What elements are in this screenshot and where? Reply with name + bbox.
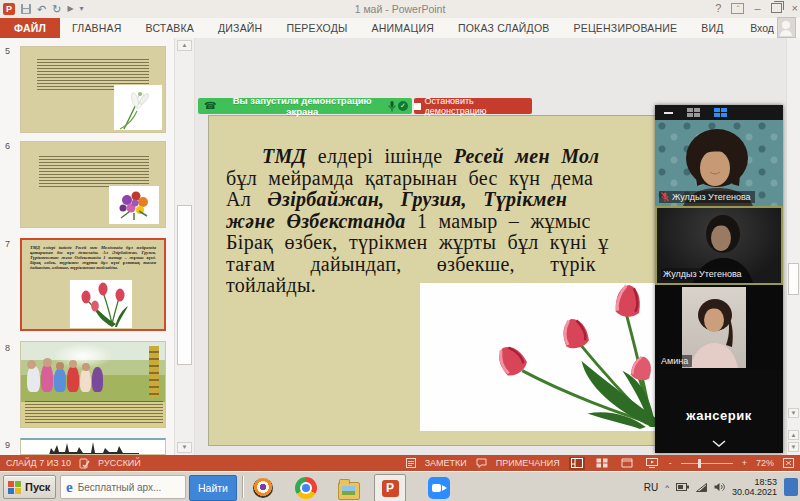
slide-thumbnail-6[interactable] bbox=[20, 141, 166, 228]
scroll-down-icon[interactable]: ▼ bbox=[788, 408, 799, 418]
chevron-down-icon[interactable] bbox=[712, 440, 726, 447]
slide-thumbnail-5[interactable] bbox=[20, 46, 166, 133]
sign-in-link[interactable]: Вход bbox=[750, 22, 774, 34]
thumbnail-image bbox=[109, 186, 159, 224]
windows-logo-icon bbox=[8, 481, 21, 494]
help-icon[interactable]: ? bbox=[715, 2, 721, 14]
find-button[interactable]: Найти bbox=[189, 475, 237, 501]
normal-view-icon[interactable] bbox=[569, 457, 585, 470]
participant-video-1[interactable]: Жулдыз Утегенова bbox=[655, 120, 783, 206]
slide-text-run: Ал bbox=[226, 188, 267, 210]
mic-muted-icon bbox=[661, 192, 669, 202]
notes-icon[interactable] bbox=[406, 458, 416, 468]
slide-show-icon[interactable] bbox=[644, 457, 660, 470]
zoom-slider-thumb[interactable] bbox=[698, 459, 701, 468]
slide-text-run: және Өзбекстанда bbox=[226, 210, 406, 232]
account-avatar[interactable] bbox=[777, 17, 796, 38]
ribbon-display-options-icon[interactable]: ⌃ bbox=[731, 3, 744, 14]
previous-slide-icon[interactable]: ▲ bbox=[788, 430, 799, 440]
zoom-level[interactable]: 72% bbox=[756, 458, 774, 468]
scroll-up-icon[interactable]: ▲ bbox=[177, 40, 192, 51]
slide-text-run: ТМД bbox=[262, 145, 307, 167]
keyboard-language-indicator[interactable]: RU bbox=[644, 482, 658, 493]
share-message: Вы запустили демонстрацию экрана bbox=[216, 95, 388, 117]
tray-time: 18:53 bbox=[732, 477, 777, 487]
thumbnail-image bbox=[114, 85, 162, 130]
taskbar-separator bbox=[242, 476, 244, 498]
scrollbar-thumb[interactable] bbox=[177, 205, 192, 365]
start-button[interactable]: Пуск bbox=[3, 475, 56, 499]
browser-task-button[interactable]: e Бесплатный арх... bbox=[60, 475, 186, 499]
speaker-view-icon[interactable] bbox=[687, 108, 700, 117]
mic-icon bbox=[388, 101, 396, 112]
slide-number: 9 bbox=[5, 440, 19, 450]
tab-view[interactable]: ВИД bbox=[689, 18, 735, 38]
thumbnail-text: ТМД елдері ішінде Ресей мен Молдовада бұ… bbox=[22, 240, 164, 270]
find-label: Найти bbox=[198, 482, 228, 494]
slide-counter: СЛАЙД 7 ИЗ 10 bbox=[6, 458, 71, 468]
fit-slide-to-window-icon[interactable] bbox=[783, 458, 794, 468]
comments-toggle[interactable]: ПРИМЕЧАНИЯ bbox=[496, 458, 560, 468]
gallery-view-icon[interactable] bbox=[714, 108, 727, 117]
close-icon[interactable]: × bbox=[792, 2, 798, 14]
powerpoint-task-button[interactable]: P bbox=[374, 474, 406, 501]
participant-video-2[interactable]: Жулдыз Утегенова bbox=[655, 206, 783, 285]
vertical-ornament bbox=[149, 346, 159, 398]
stop-sharing-label: Остановить демонстрацию bbox=[425, 96, 532, 116]
tab-slideshow[interactable]: ПОКАЗ СЛАЙДОВ bbox=[446, 18, 562, 38]
tab-insert[interactable]: ВСТАВКА bbox=[134, 18, 206, 38]
slide-text-run: Әзірбайжан, Грузия, Түрікмен bbox=[267, 188, 567, 210]
system-tray: RU ^ 18:53 30.04.2021 bbox=[644, 475, 798, 499]
slide-thumbnail-7-selected[interactable]: ТМД елдері ішінде Ресей мен Молдовада бұ… bbox=[20, 238, 166, 331]
tab-home[interactable]: ГЛАВНАЯ bbox=[60, 18, 134, 38]
bouquet-flowers-image bbox=[109, 186, 159, 224]
zoom-meeting-panel: Жулдыз Утегенова Жулдыз Утегенова bbox=[655, 105, 783, 453]
participant-video-4-off[interactable]: жансерик bbox=[655, 370, 783, 453]
hidden-icons-chevron[interactable]: ^ bbox=[665, 483, 669, 492]
tab-design[interactable]: ДИЗАЙН bbox=[206, 18, 274, 38]
tab-review[interactable]: РЕЦЕНЗИРОВАНИЕ bbox=[562, 18, 690, 38]
editor-scrollbar[interactable]: ▼ ▲ ▼ bbox=[786, 38, 800, 455]
zoom-in-icon[interactable]: + bbox=[742, 458, 747, 468]
tab-file[interactable]: ФАЙЛ bbox=[0, 18, 60, 38]
show-desktop-button[interactable] bbox=[784, 478, 798, 496]
scroll-down-icon[interactable]: ▼ bbox=[177, 442, 192, 453]
slide-thumbnail-panel: 5 6 bbox=[0, 38, 174, 455]
tab-animations[interactable]: АНИМАЦИЯ bbox=[360, 18, 446, 38]
internet-explorer-icon: e bbox=[66, 480, 73, 494]
spellcheck-icon[interactable] bbox=[79, 458, 90, 469]
participant-video-3[interactable]: Амина bbox=[655, 285, 783, 370]
zoom-out-icon[interactable]: - bbox=[669, 458, 672, 468]
network-icon[interactable] bbox=[696, 483, 707, 492]
browser-icon[interactable] bbox=[252, 477, 274, 499]
minimize-icon[interactable]: – bbox=[754, 2, 760, 14]
stop-sharing-button[interactable]: Остановить демонстрацию bbox=[414, 98, 532, 114]
volume-icon[interactable] bbox=[714, 482, 725, 492]
chrome-icon[interactable] bbox=[295, 477, 317, 499]
slide-number: 5 bbox=[5, 46, 19, 56]
next-slide-icon[interactable]: ▼ bbox=[788, 442, 799, 452]
clock[interactable]: 18:53 30.04.2021 bbox=[732, 477, 777, 497]
language-indicator[interactable]: РУССКИЙ bbox=[98, 458, 141, 468]
slide-thumbnail-9[interactable] bbox=[20, 438, 166, 455]
window-controls: ? ⌃ – × bbox=[715, 2, 798, 14]
slide-thumbnail-8[interactable] bbox=[20, 341, 166, 428]
restore-icon[interactable] bbox=[771, 3, 782, 13]
minimize-icon[interactable] bbox=[664, 112, 673, 114]
notes-toggle[interactable]: ЗАМЕТКИ bbox=[425, 458, 467, 468]
slide-sorter-view-icon[interactable] bbox=[594, 457, 610, 470]
battery-icon[interactable] bbox=[676, 483, 689, 491]
powerpoint-status-bar: СЛАЙД 7 ИЗ 10 РУССКИЙ ЗАМЕТКИ ПРИМЕЧАНИЯ bbox=[0, 455, 800, 471]
scrollbar-thumb[interactable] bbox=[788, 263, 799, 295]
comments-icon[interactable] bbox=[476, 458, 487, 468]
thumbnail-scrollbar[interactable]: ▲ ▼ bbox=[174, 38, 195, 455]
reading-view-icon[interactable] bbox=[619, 457, 635, 470]
screen-share-banner: ☎ Вы запустили демонстрацию экрана ✓ bbox=[198, 98, 412, 114]
workspace: 5 6 bbox=[0, 38, 800, 455]
tab-transitions[interactable]: ПЕРЕХОДЫ bbox=[274, 18, 359, 38]
zoom-task-icon[interactable] bbox=[428, 477, 450, 499]
zoom-slider[interactable] bbox=[681, 463, 733, 464]
participant-name-label: Жулдыз Утегенова bbox=[659, 191, 755, 203]
slide-text-run: Ресей мен Мол bbox=[454, 145, 600, 167]
folder-icon[interactable] bbox=[338, 477, 360, 499]
